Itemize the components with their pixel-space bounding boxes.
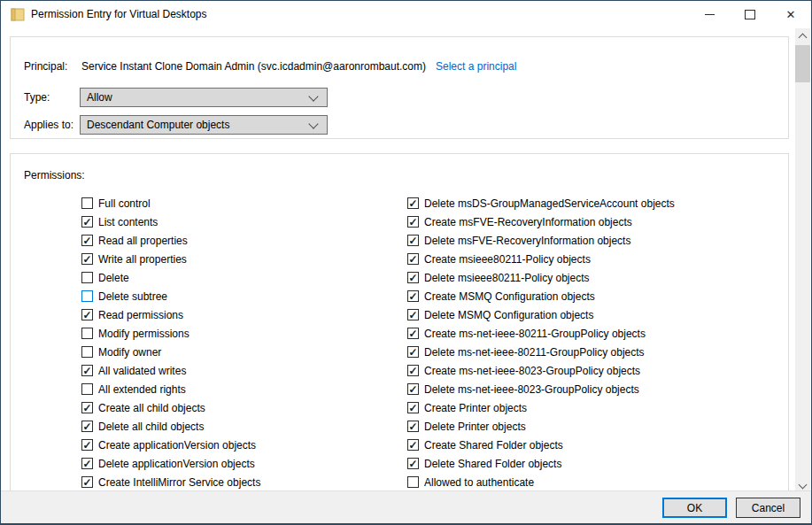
permission-label-create-shared-folder-objects: Create Shared Folder objects <box>424 439 563 452</box>
permission-row-allowed-to-authenticate: Allowed to authenticate <box>407 473 675 491</box>
title-bar: Permission Entry for Virtual Desktops ✕ <box>1 1 811 28</box>
type-selected-value: Allow <box>87 91 310 104</box>
permission-row-modify-owner: Modify owner <box>81 343 260 361</box>
checkbox-delete-all-child-objects[interactable]: ✓ <box>81 421 93 432</box>
checkbox-create-applicationversion-objects[interactable]: ✓ <box>81 439 93 451</box>
permission-row-write-all-properties: ✓Write all properties <box>81 250 260 268</box>
permission-row-create-applicationversion-objects: ✓Create applicationVersion objects <box>81 436 260 454</box>
checkbox-delete-msfve-recoveryinformation-objects[interactable]: ✓ <box>407 235 419 246</box>
checkbox-delete-msmq-configuration-objects[interactable]: ✓ <box>407 309 419 320</box>
checkbox-delete-printer-objects[interactable]: ✓ <box>407 421 419 432</box>
permission-row-read-permissions: ✓Read permissions <box>81 305 260 324</box>
checkbox-delete-ms-net-ieee-80211-grouppolicy-objects[interactable]: ✓ <box>407 346 419 358</box>
checkbox-create-msmq-configuration-objects[interactable]: ✓ <box>407 290 419 302</box>
principal-value: Service Instant Clone Domain Admin (svc.… <box>81 60 426 73</box>
permission-label-delete-msmq-configuration-objects: Delete MSMQ Configuration objects <box>424 309 593 321</box>
permission-row-create-intellimirror-service-objects: ✓Create IntelliMirror Service objects <box>81 473 260 491</box>
checkbox-delete-shared-folder-objects[interactable]: ✓ <box>407 458 419 469</box>
permission-row-create-msmq-configuration-objects: ✓Create MSMQ Configuration objects <box>407 287 675 305</box>
checkbox-modify-owner[interactable] <box>81 346 93 358</box>
maximize-button[interactable] <box>730 1 770 27</box>
checkbox-read-all-properties[interactable]: ✓ <box>81 235 93 246</box>
permission-row-create-shared-folder-objects: ✓Create Shared Folder objects <box>407 436 675 454</box>
permission-label-full-control: Full control <box>98 197 151 210</box>
permission-label-modify-owner: Modify owner <box>98 346 161 359</box>
scrollbar-up-button[interactable] <box>795 28 810 43</box>
checkbox-create-ms-net-ieee-8023-grouppolicy-objects[interactable]: ✓ <box>407 365 419 376</box>
minimize-icon <box>705 14 715 15</box>
checkbox-full-control[interactable] <box>81 197 93 209</box>
permission-label-delete-printer-objects: Delete Printer objects <box>424 421 526 433</box>
permission-label-create-intellimirror-service-objects: Create IntelliMirror Service objects <box>98 476 260 489</box>
checkbox-create-shared-folder-objects[interactable]: ✓ <box>407 439 419 451</box>
checkbox-modify-permissions[interactable] <box>81 328 93 339</box>
checkbox-read-permissions[interactable]: ✓ <box>81 309 93 320</box>
applies-to-selected-value: Descendant Computer objects <box>87 119 310 131</box>
permission-label-delete-ms-net-ieee-80211-grouppolicy-objects: Delete ms-net-ieee-80211-GroupPolicy obj… <box>424 346 645 359</box>
permission-label-list-contents: List contents <box>98 216 158 228</box>
principal-label: Principal: <box>24 60 81 73</box>
dialog-footer: OK Cancel <box>1 490 811 523</box>
type-dropdown[interactable]: Allow <box>80 88 328 107</box>
chevron-down-icon <box>308 91 318 101</box>
permission-label-delete-ms-net-ieee-8023-grouppolicy-objects: Delete ms-net-ieee-8023-GroupPolicy obje… <box>424 383 639 396</box>
checkbox-delete-ms-net-ieee-8023-grouppolicy-objects[interactable]: ✓ <box>407 383 419 395</box>
permission-label-modify-permissions: Modify permissions <box>98 328 189 340</box>
vertical-scrollbar[interactable] <box>795 28 810 493</box>
permission-row-modify-permissions: Modify permissions <box>81 324 260 343</box>
permission-row-create-printer-objects: ✓Create Printer objects <box>407 398 675 417</box>
chevron-down-icon <box>308 119 318 128</box>
permission-row-delete-ms-net-ieee-80211-grouppolicy-objects: ✓Delete ms-net-ieee-80211-GroupPolicy ob… <box>407 343 675 361</box>
principal-row: Principal:Service Instant Clone Domain A… <box>24 60 516 73</box>
permission-row-create-msfve-recoveryinformation-objects: ✓Create msFVE-RecoveryInformation object… <box>407 212 675 231</box>
checkbox-list-contents[interactable]: ✓ <box>81 216 93 228</box>
permission-label-allowed-to-authenticate: Allowed to authenticate <box>424 476 534 489</box>
close-icon: ✕ <box>786 9 796 20</box>
permission-label-delete: Delete <box>98 272 129 284</box>
cancel-button[interactable]: Cancel <box>736 498 800 518</box>
checkbox-delete-msieee80211-policy-objects[interactable]: ✓ <box>407 272 419 283</box>
checkbox-delete-subtree[interactable] <box>81 290 93 302</box>
permission-row-delete-msieee80211-policy-objects: ✓Delete msieee80211-Policy objects <box>407 268 675 287</box>
checkbox-create-msfve-recoveryinformation-objects[interactable]: ✓ <box>407 216 419 228</box>
checkbox-create-ms-net-ieee-80211-grouppolicy-objects[interactable]: ✓ <box>407 328 419 339</box>
scrollbar-thumb[interactable] <box>795 45 810 82</box>
permissions-column-right: ✓Delete msDS-GroupManagedServiceAccount … <box>407 194 675 491</box>
checkbox-create-printer-objects[interactable]: ✓ <box>407 402 419 413</box>
chevron-up-icon <box>799 33 808 42</box>
permission-label-delete-shared-folder-objects: Delete Shared Folder objects <box>424 458 561 470</box>
checkbox-delete-msds-groupmanagedserviceaccount-objects[interactable]: ✓ <box>407 197 419 209</box>
permission-row-create-msieee80211-policy-objects: ✓Create msieee80211-Policy objects <box>407 250 675 268</box>
permission-label-all-validated-writes: All validated writes <box>98 365 186 377</box>
checkbox-write-all-properties[interactable]: ✓ <box>81 253 93 265</box>
permission-label-all-extended-rights: All extended rights <box>98 383 186 396</box>
checkbox-create-all-child-objects[interactable]: ✓ <box>81 402 93 413</box>
applies-to-dropdown[interactable]: Descendant Computer objects <box>80 115 328 135</box>
permission-row-delete-applicationversion-objects: ✓Delete applicationVersion objects <box>81 454 260 473</box>
checkbox-all-validated-writes[interactable]: ✓ <box>81 365 93 376</box>
permission-label-create-all-child-objects: Create all child objects <box>98 402 205 414</box>
permission-label-create-ms-net-ieee-80211-grouppolicy-objects: Create ms-net-ieee-80211-GroupPolicy obj… <box>424 328 646 340</box>
checkbox-delete-applicationversion-objects[interactable]: ✓ <box>81 458 93 469</box>
checkbox-create-intellimirror-service-objects[interactable]: ✓ <box>81 476 93 488</box>
permission-row-delete-msds-groupmanagedserviceaccount-objects: ✓Delete msDS-GroupManagedServiceAccount … <box>407 194 675 212</box>
window-title: Permission Entry for Virtual Desktops <box>31 8 207 20</box>
checkbox-all-extended-rights[interactable] <box>81 383 93 395</box>
permission-label-delete-all-child-objects: Delete all child objects <box>98 421 204 433</box>
permission-row-read-all-properties: ✓Read all properties <box>81 231 260 250</box>
permission-row-delete-msfve-recoveryinformation-objects: ✓Delete msFVE-RecoveryInformation object… <box>407 231 675 250</box>
checkbox-allowed-to-authenticate[interactable] <box>407 476 419 488</box>
select-a-principal-link[interactable]: Select a principal <box>436 60 516 73</box>
close-button[interactable]: ✕ <box>770 1 811 27</box>
maximize-icon <box>745 10 755 19</box>
permission-row-delete-msmq-configuration-objects: ✓Delete MSMQ Configuration objects <box>407 305 675 324</box>
permission-label-write-all-properties: Write all properties <box>98 253 187 266</box>
permission-row-all-validated-writes: ✓All validated writes <box>81 361 260 380</box>
minimize-button[interactable] <box>689 1 730 27</box>
ok-button[interactable]: OK <box>662 498 727 518</box>
permission-label-delete-msieee80211-policy-objects: Delete msieee80211-Policy objects <box>424 272 590 284</box>
permission-row-create-all-child-objects: ✓Create all child objects <box>81 398 260 417</box>
permission-label-delete-applicationversion-objects: Delete applicationVersion objects <box>98 458 255 470</box>
checkbox-delete[interactable] <box>81 272 93 283</box>
checkbox-create-msieee80211-policy-objects[interactable]: ✓ <box>407 253 419 265</box>
